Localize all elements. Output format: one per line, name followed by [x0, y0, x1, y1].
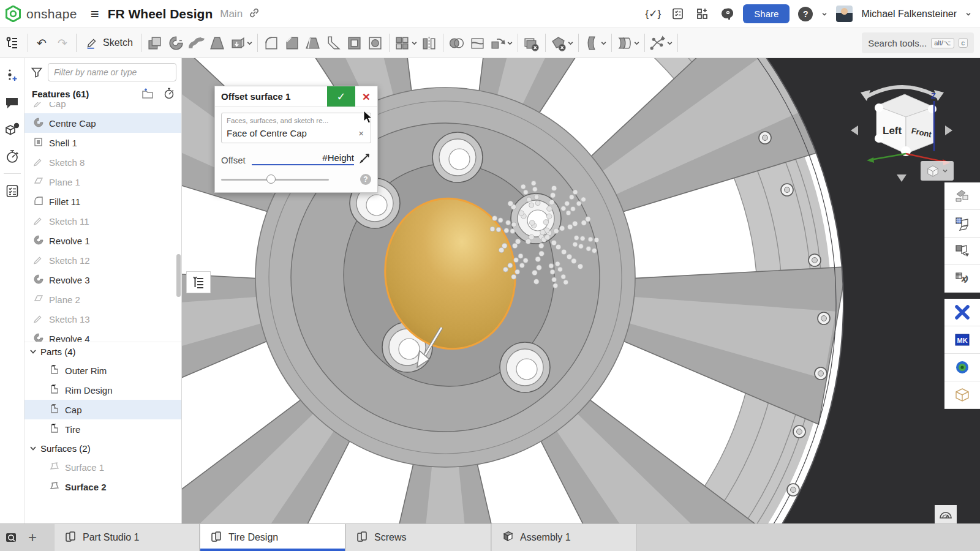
main-menu-icon[interactable]: ≡	[91, 6, 99, 23]
appearance-button[interactable]	[944, 182, 980, 210]
feature-row-revolve-1[interactable]: Revolve 1	[24, 231, 181, 250]
tab-assembly-1[interactable]: Assembly 1	[491, 524, 637, 551]
transform-button[interactable]	[488, 31, 514, 54]
feature-list-toggle[interactable]	[0, 31, 24, 54]
part-row-rim-design[interactable]: Rim Design	[24, 380, 181, 400]
help-button[interactable]: ?	[798, 7, 813, 21]
split-button[interactable]	[467, 31, 488, 54]
boolean-button[interactable]	[447, 31, 467, 54]
shell-button[interactable]	[344, 31, 365, 54]
features-scrollbar[interactable]	[176, 254, 181, 297]
linear-pattern-button[interactable]	[393, 31, 419, 54]
tab-tire-design[interactable]: Tire Design	[200, 524, 345, 551]
loft-button[interactable]	[207, 31, 228, 54]
learning-cube-icon[interactable]: ?	[3, 120, 21, 138]
mirror-button[interactable]	[419, 31, 440, 54]
feature-row-plane-2[interactable]: Plane 2	[24, 290, 181, 309]
fillet-button[interactable]	[261, 31, 282, 54]
rib-button[interactable]	[323, 31, 344, 54]
remove-selection-icon[interactable]: ×	[356, 128, 366, 138]
undo-button[interactable]: ↶	[31, 31, 52, 54]
branch-name[interactable]: Main	[220, 8, 243, 20]
sphere-logo-button[interactable]	[944, 354, 980, 381]
mk-logo-button[interactable]: MK	[944, 326, 980, 354]
canvas-feature-list-button[interactable]	[186, 271, 211, 293]
feature-row-sketch-12[interactable]: Sketch 12	[24, 250, 181, 270]
cube-logo-button[interactable]	[944, 381, 980, 409]
comments-icon[interactable]	[3, 93, 21, 111]
offset-slider-knob[interactable]	[266, 174, 276, 184]
new-folder-icon[interactable]	[141, 88, 154, 100]
dialog-help-icon[interactable]: ?	[360, 174, 371, 185]
flip-direction-icon[interactable]	[358, 152, 371, 165]
surface-pattern-button[interactable]	[615, 31, 641, 54]
feature-row-revolve-4[interactable]: Revolve 4	[24, 329, 181, 342]
apps-grid-icon[interactable]	[694, 6, 710, 22]
tab-part-studio-1[interactable]: Part Studio 1	[54, 524, 200, 551]
user-avatar[interactable]	[836, 6, 853, 22]
surface-row-surface-1[interactable]: Surface 1	[24, 457, 181, 477]
rollback-history-icon[interactable]	[163, 88, 175, 100]
frame-button[interactable]	[648, 31, 674, 54]
feature-label: Sketch 8	[49, 157, 85, 168]
ai-advisor-icon[interactable]	[718, 6, 734, 22]
feature-row-centre-cap[interactable]: Centre Cap	[24, 113, 181, 133]
surfaces-section-header[interactable]: Surfaces (2)	[24, 439, 181, 457]
sweep-button[interactable]	[186, 31, 207, 54]
redo-button[interactable]: ↷	[52, 31, 73, 54]
add-tab-button[interactable]: +	[24, 524, 40, 551]
feature-row-cap[interactable]: Cap	[24, 102, 181, 113]
hole-button[interactable]	[365, 31, 386, 54]
versions-icon[interactable]	[3, 66, 21, 84]
tasks-icon[interactable]	[669, 6, 685, 22]
feature-row-fillet-11[interactable]: Fillet 11	[24, 192, 181, 211]
filter-input[interactable]	[48, 63, 176, 81]
chamfer-button[interactable]	[282, 31, 303, 54]
cancel-button[interactable]: ×	[355, 86, 377, 107]
feature-row-plane-1[interactable]: Plane 1	[24, 172, 181, 192]
user-menu-caret-icon[interactable]	[965, 11, 971, 17]
graphics-area[interactable]: Offset surface 1 ✓ × Faces, surfaces, an…	[182, 58, 980, 523]
feature-row-sketch-13[interactable]: Sketch 13	[24, 309, 181, 329]
help-caret-icon[interactable]	[821, 11, 827, 17]
onshape-logo[interactable]: onshape	[0, 6, 77, 22]
sketch-button[interactable]: Sketch	[80, 31, 138, 54]
share-button[interactable]: Share	[743, 4, 790, 23]
versions-braces-icon[interactable]: {✓}	[645, 6, 661, 22]
grid-cube-button[interactable]	[944, 210, 980, 238]
thicken-button[interactable]	[228, 31, 254, 54]
accept-button[interactable]: ✓	[327, 86, 355, 107]
filter-icon[interactable]	[31, 66, 43, 78]
move-face-button[interactable]	[582, 31, 608, 54]
offset-input[interactable]: #Height	[252, 152, 354, 165]
defeature-button[interactable]	[549, 31, 575, 54]
x-logo-button[interactable]	[944, 299, 980, 326]
surface-row-surface-2[interactable]: Surface 2	[24, 477, 181, 497]
features-scroll-area[interactable]: CapCentre CapShell 1Sketch 8Plane 1Fille…	[24, 102, 181, 342]
parts-section-header[interactable]: Parts (4)	[24, 342, 181, 361]
part-row-outer-rim[interactable]: Outer Rim	[24, 361, 181, 380]
view-options-button[interactable]	[921, 161, 954, 181]
offset-slider[interactable]	[221, 174, 329, 184]
user-name[interactable]: Michael Falkensteiner	[861, 9, 957, 20]
checklist-icon[interactable]	[3, 182, 21, 200]
share-link-icon[interactable]	[249, 7, 260, 21]
extrude-button[interactable]	[145, 31, 165, 54]
feature-row-sketch-11[interactable]: Sketch 11	[24, 211, 181, 231]
performance-icon[interactable]	[3, 147, 21, 165]
tab-search-button[interactable]	[0, 524, 24, 551]
tab-screws[interactable]: Screws	[345, 524, 491, 551]
part-row-cap[interactable]: Cap	[24, 400, 181, 419]
revolve-button[interactable]	[165, 31, 186, 54]
units-protractor-button[interactable]	[935, 505, 957, 523]
draft-button[interactable]	[303, 31, 323, 54]
face-selection-box[interactable]: Faces, surfaces, and sketch re... Face o…	[221, 113, 371, 143]
search-tools-box[interactable]: Search tools... alt/⌥ c	[862, 32, 974, 53]
feature-row-shell-1[interactable]: Shell 1	[24, 133, 181, 152]
feature-row-revolve-3[interactable]: Revolve 3	[24, 270, 181, 290]
part-row-tire[interactable]: Tire	[24, 419, 181, 439]
delete-face-button[interactable]	[521, 31, 542, 54]
feature-row-sketch-8[interactable]: Sketch 8	[24, 152, 181, 172]
section-cube-button[interactable]	[944, 238, 980, 265]
featurescript-cube-button[interactable]: x)	[944, 265, 980, 293]
